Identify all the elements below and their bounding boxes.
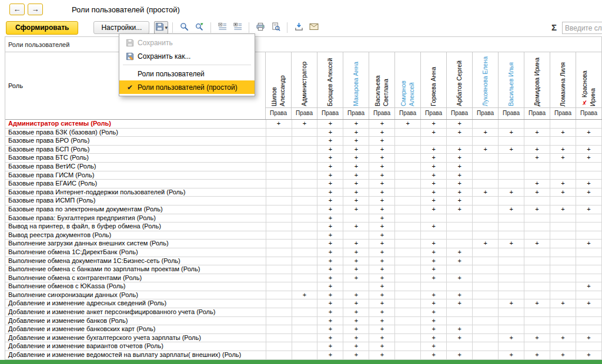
mark-cell [292,257,318,265]
role-name[interactable]: Выполнение загрузки данных внешних систе… [5,240,266,248]
mark-cell [266,180,292,188]
mark-cell: + [369,257,395,265]
autosum-button[interactable]: Σ [551,22,557,32]
mark-cell [550,197,576,205]
mark-cell [499,265,524,274]
save-as-icon [122,52,138,60]
mark-cell [550,325,576,333]
role-name[interactable]: Вывод на принтер, в файл, в буфер обмена… [5,223,266,231]
column-header-9[interactable]: Лукоянова Елена [473,52,499,107]
email-button[interactable] [307,21,321,34]
mark-cell: + [421,146,447,154]
mark-cell [447,282,473,291]
mark-cell [292,129,318,137]
print-preview-button[interactable] [269,21,283,34]
role-name[interactable]: Базовые права: Бухгалтерия предприятия (… [5,214,266,223]
search-input[interactable] [562,22,602,34]
mark-cell [524,308,550,316]
mark-cell: + [343,351,369,359]
generate-button[interactable]: Сформировать [6,21,78,35]
menu-item-roles-simple[interactable]: ✔ Роли пользователей (простой) [119,80,255,94]
expand-groups-icon [233,22,242,33]
mark-cell [473,205,499,214]
mark-cell: + [447,129,473,137]
role-name[interactable]: Добавление и изменение банковских карт (… [5,325,266,333]
mark-cell: + [369,214,395,223]
mark-cell: + [343,308,369,316]
role-name[interactable]: Выполнение синхронизации данных (Роль) [5,291,266,299]
role-name[interactable]: Добавление и изменение адресных сведений… [5,299,266,308]
table-row: Выполнение обмена документами 1С:Бизнес-… [5,257,602,266]
collapse-groups-button[interactable] [215,21,229,34]
save-file-button[interactable] [292,21,306,34]
mark-cell: + [343,171,369,180]
mark-cell [576,265,602,274]
role-name[interactable]: Вывод реестра документов (Роль) [5,231,266,240]
role-name[interactable]: Базовые права БТС (Роль) [5,154,266,162]
table-row: Вывод на принтер, в файл, в буфер обмена… [5,223,602,231]
mark-cell: + [576,188,602,197]
back-button[interactable]: ← [9,4,25,15]
role-name[interactable]: Базовые права БРО (Роль) [5,137,266,145]
column-header-10[interactable]: Васильев Илья [499,52,524,107]
person-name[interactable]: Макарова Анна [352,60,360,107]
role-name[interactable]: Выполнение обмена документами 1С:Бизнес-… [5,257,266,265]
mark-cell [524,163,550,171]
role-name[interactable]: Базовые права ИСМП (Роль) [5,197,266,205]
settings-button[interactable]: Настройки... [93,21,149,34]
mark-cell [395,171,421,180]
mark-cell: + [499,299,524,308]
save-menu-button[interactable]: ▾ [154,21,168,34]
mark-cell [550,291,576,299]
person-name[interactable]: Васильев Илья [507,61,516,107]
role-name[interactable]: Базовые права БЗК (базовая) (Роль) [5,129,266,137]
mark-cell: + [447,120,473,128]
print-button[interactable] [253,21,267,34]
expand-groups-button[interactable] [230,21,245,34]
mark-cell: + [369,248,395,257]
mark-cell: + [447,205,473,214]
mark-cell: + [317,342,343,350]
column-header-4[interactable]: Макарова Анна [343,52,369,107]
mark-cell: + [369,240,395,248]
find-button[interactable] [177,21,191,34]
role-name[interactable]: Добавление и изменение ведомостей на вып… [5,351,266,359]
mark-cell [395,317,421,325]
mark-cell [473,223,499,231]
find-next-button[interactable] [192,21,206,34]
role-name[interactable]: Выполнение обмена 1С:ДиректБанк (Роль) [5,248,266,257]
role-name[interactable]: Базовые права Интернет-поддержки пользов… [5,188,266,197]
mark-cell: + [369,265,395,274]
person-name[interactable]: Лукоянова Елена [481,55,490,107]
role-name[interactable]: Базовые права ГИСМ (Роль) [5,171,266,180]
mark-cell [395,214,421,223]
role-name[interactable]: Добавление и изменение бухгалтерского уч… [5,334,266,342]
column-header-8: Арбатов Сергей [447,52,473,107]
mark-cell [576,163,602,171]
menu-item-save-as[interactable]: Сохранить как... [119,49,255,63]
role-name[interactable]: Выполнение обменов с ЮKassa (Роль) [5,282,266,291]
role-name[interactable]: Базовые права ВетИС (Роль) [5,163,266,171]
mark-cell: + [317,197,343,205]
forward-button[interactable]: → [28,4,43,15]
menu-item-roles[interactable]: Роли пользователей [119,67,255,80]
role-name[interactable]: Администратор системы (Роль) [5,120,266,128]
role-name[interactable]: Добавление и изменение анкет персонифици… [5,308,266,316]
mark-cell: + [369,154,395,162]
role-name[interactable]: Выполнение обмена с банками по зарплатны… [5,265,266,274]
role-name[interactable]: Добавление и изменение вариантов отчетов… [5,342,266,350]
role-name[interactable]: Базовые права по электронным документам … [5,205,266,214]
person-name[interactable]: Смирнов Алексей [400,54,416,107]
column-header-6[interactable]: Смирнов Алексей [395,52,421,107]
mark-cell [292,351,318,359]
mark-cell: + [524,129,550,137]
mark-cell [395,274,421,282]
mark-cell [395,257,421,265]
role-name[interactable]: Базовые права БСП (Роль) [5,146,266,154]
mark-cell [550,223,576,231]
mark-cell [473,197,499,205]
role-name[interactable]: Выполнение обмена с контрагентами (Роль) [5,274,266,282]
role-name[interactable]: Добавление и изменение банков (Роль) [5,317,266,325]
role-name[interactable]: Базовые права ЕГАИС (Роль) [5,180,266,188]
mark-cell [473,214,499,223]
